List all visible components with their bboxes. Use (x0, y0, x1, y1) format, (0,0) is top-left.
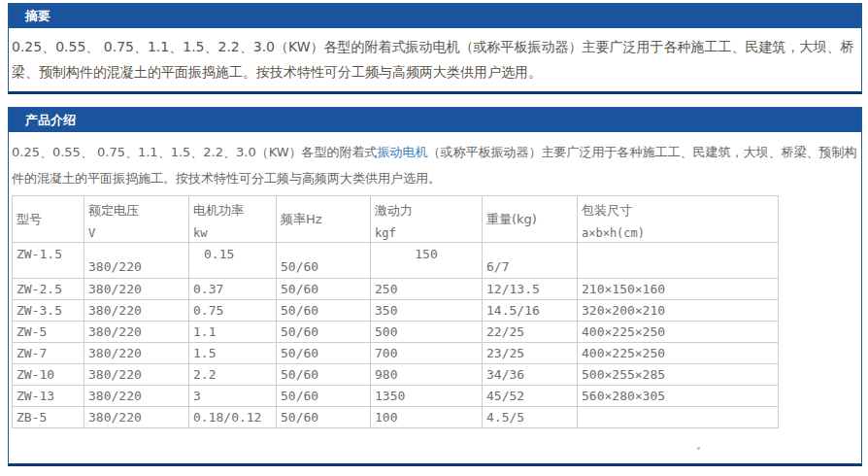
table-cell: 1350 (371, 386, 483, 407)
table-header-cell: 额定电压V (84, 196, 189, 243)
intro-text: 0.25、0.55、 0.75、1.1、1.5、2.2、3.0（KW）各型的附着… (9, 132, 861, 191)
table-cell: 380/220 (84, 364, 189, 386)
table-cell: 4.5/5 (483, 407, 578, 428)
table-cell: 320×200×210 (578, 300, 779, 322)
table-cell: 3 (189, 386, 277, 407)
table-row: ZW-3.5380/2200.7550/6035014.5/16320×200×… (13, 300, 779, 322)
table-cell: 50/60 (277, 364, 371, 386)
table-cell: 980 (371, 364, 483, 386)
table-cell: 250 (371, 279, 483, 300)
table-cell: 1.5 (189, 343, 277, 364)
table-cell: 6/7 (483, 243, 578, 279)
table-cell: 50/60 (277, 407, 371, 428)
table-header-cell: 型号 (13, 196, 84, 243)
page: 摘要 0.25、0.55、 0.75、1.1、1.5、2.2、3.0（KW）各型… (0, 0, 868, 466)
table-cell: ZW-3.5 (13, 300, 84, 322)
table-cell: 45/52 (483, 386, 578, 407)
table-cell: 700 (371, 343, 483, 364)
table-cell (578, 407, 779, 428)
table-cell: 0.37 (189, 279, 277, 300)
table-cell: 500 (371, 322, 483, 343)
table-cell: 560×280×305 (578, 386, 779, 407)
summary-panel-title: 摘要 (9, 4, 861, 28)
spec-table-body: ZW-1.5380/2200.1550/601506/7ZW-2.5380/22… (13, 243, 779, 428)
table-cell: 22/25 (483, 322, 578, 343)
table-header-cell: 激动力kgf (371, 196, 483, 243)
table-cell (578, 243, 779, 279)
table-cell: 50/60 (277, 343, 371, 364)
table-cell: 1.1 (189, 322, 277, 343)
table-header-cell: 频率Hz (277, 196, 371, 243)
table-cell: 0.15 (189, 243, 277, 279)
table-cell: 380/220 (84, 300, 189, 322)
table-cell: 50/60 (277, 386, 371, 407)
table-cell: ZW-5 (13, 322, 84, 343)
table-cell: 100 (371, 407, 483, 428)
table-cell: ZW-1.5 (13, 243, 84, 279)
table-cell: 400×225×250 (578, 322, 779, 343)
table-row: ZW-5380/2201.150/6050022/25400×225×250 (13, 322, 779, 343)
table-cell: 380/220 (84, 243, 189, 279)
table-cell: 12/13.5 (483, 279, 578, 300)
table-header-cell: 电机功率kw (189, 196, 277, 243)
table-row: ZW-7380/2201.550/6070023/25400×225×250 (13, 343, 779, 364)
table-cell: 210×150×160 (578, 279, 779, 300)
table-header-cell: 重量(kg) (483, 196, 578, 243)
table-cell: 0.18/0.12 (189, 407, 277, 428)
table-cell: 380/220 (84, 322, 189, 343)
table-cell: 380/220 (84, 407, 189, 428)
intro-text-before-link: 0.25、0.55、 0.75、1.1、1.5、2.2、3.0（KW）各型的附着… (12, 145, 378, 159)
table-cell: ZW-10 (13, 364, 84, 386)
table-cell: 2.2 (189, 364, 277, 386)
table-cell: 50/60 (277, 243, 371, 279)
table-cell: 14.5/16 (483, 300, 578, 322)
table-cell: ZW-13 (13, 386, 84, 407)
table-row: ZW-2.5380/2200.3750/6025012/13.5210×150×… (13, 279, 779, 300)
table-cell: 400×225×250 (578, 343, 779, 364)
table-cell: 380/220 (84, 343, 189, 364)
table-row: ZW-13380/220350/60135045/52560×280×305 (13, 386, 779, 407)
table-row: ZW-10380/2202.250/6098034/36500×255×285 (13, 364, 779, 386)
table-cell: ZW-2.5 (13, 279, 84, 300)
table-cell: 150 (371, 243, 483, 279)
table-cell: 34/36 (483, 364, 578, 386)
table-header-cell: 包装尺寸a×b×h(cm) (578, 196, 779, 243)
table-cell: 500×255×285 (578, 364, 779, 386)
pink-artifact-dot (697, 447, 700, 450)
table-cell: 50/60 (277, 279, 371, 300)
summary-panel: 摘要 0.25、0.55、 0.75、1.1、1.5、2.2、3.0（KW）各型… (8, 3, 862, 94)
spec-table-head: 型号额定电压V电机功率kw频率Hz激动力kgf重量(kg)包装尺寸a×b×h(c… (13, 196, 779, 243)
intro-panel: 产品介绍 0.25、0.55、 0.75、1.1、1.5、2.2、3.0（KW）… (8, 107, 862, 466)
table-row: ZW-1.5380/2200.1550/601506/7 (13, 243, 779, 279)
table-cell: 0.75 (189, 300, 277, 322)
table-cell: 50/60 (277, 322, 371, 343)
table-cell: 23/25 (483, 343, 578, 364)
summary-text: 0.25、0.55、 0.75、1.1、1.5、2.2、3.0（KW）各型的附着… (9, 28, 861, 85)
intro-panel-title: 产品介绍 (9, 108, 861, 132)
vibration-motor-link[interactable]: 振动电机 (378, 145, 428, 159)
table-header-row: 型号额定电压V电机功率kw频率Hz激动力kgf重量(kg)包装尺寸a×b×h(c… (13, 196, 779, 243)
table-row: ZB-5380/2200.18/0.1250/601004.5/5 (13, 407, 779, 428)
table-cell: 380/220 (84, 386, 189, 407)
table-cell: 50/60 (277, 300, 371, 322)
table-cell: ZB-5 (13, 407, 84, 428)
spec-table: 型号额定电压V电机功率kw频率Hz激动力kgf重量(kg)包装尺寸a×b×h(c… (12, 195, 779, 428)
table-cell: 350 (371, 300, 483, 322)
table-cell: ZW-7 (13, 343, 84, 364)
table-cell: 380/220 (84, 279, 189, 300)
